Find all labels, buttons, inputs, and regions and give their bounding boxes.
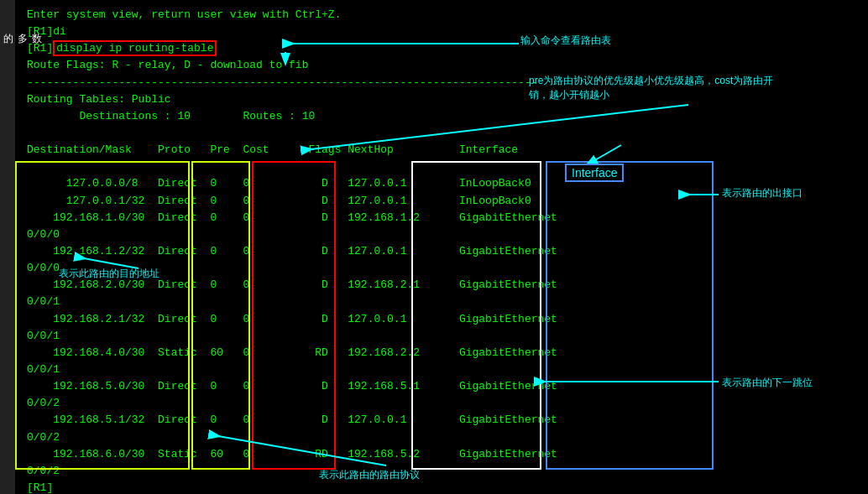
row-10b: 0/0/2: [27, 463, 856, 480]
prompt: [R1]: [27, 480, 856, 494]
annotation-interface-label: Interface: [565, 164, 624, 182]
row-6: 192.168.2.1/32 Direct 0 0 D 127.0.0.1 Gi…: [27, 311, 856, 328]
sidebar: 数多的司路: [0, 0, 15, 494]
line-4: Route Flags: R - relay, D - download to …: [27, 57, 856, 74]
annotation-input-cmd: 输入命令查看路由表: [520, 34, 611, 48]
row-6b: 0/0/1: [27, 328, 856, 345]
line-9: [27, 159, 856, 175]
row-9b: 0/0/2: [27, 429, 856, 446]
annotation-exit-port: 表示路由的出接口: [722, 186, 803, 200]
line-3: [R1]display ip routing-table: [27, 40, 856, 57]
line-8: [27, 125, 856, 142]
terminal-screen: 数多的司路 Enter system view, return user vie…: [0, 0, 868, 494]
line-1: Enter system view, return user view with…: [27, 7, 856, 23]
row-3: 192.168.1.0/30 Direct 0 0 D 192.168.1.2 …: [27, 210, 856, 226]
line-2: [R1]di: [27, 23, 856, 40]
row-7: 192.168.4.0/30 Static 60 0 RD 192.168.2.…: [27, 345, 856, 361]
row-3b: 0/0/0: [27, 226, 856, 243]
row-5b: 0/0/1: [27, 294, 856, 310]
row-8b: 0/0/2: [27, 395, 856, 412]
table-header: Destination/Mask Proto Pre Cost Flags Ne…: [27, 142, 856, 159]
line-7: Destinations : 10 Routes : 10: [27, 108, 856, 125]
cmd-highlight: display ip routing-table: [53, 40, 217, 56]
annotation-next-hop: 表示路由的下一跳位: [722, 376, 813, 390]
row-4: 192.168.1.2/32 Direct 0 0 D 127.0.0.1 Gi…: [27, 243, 856, 260]
annotation-pre-cost: pre为路由协议的优先级越小优先级越高，cost为路由开销，越小开销越小: [529, 74, 781, 102]
annotation-protocol: 表示此路由的路由协议: [319, 468, 420, 482]
row-10: 192.168.6.0/30 Static 60 0 RD 192.168.5.…: [27, 446, 856, 463]
row-9: 192.168.5.1/32 Direct 0 0 D 127.0.0.1 Gi…: [27, 412, 856, 429]
annotation-dest-addr: 表示此路由的目的地址: [59, 267, 159, 281]
